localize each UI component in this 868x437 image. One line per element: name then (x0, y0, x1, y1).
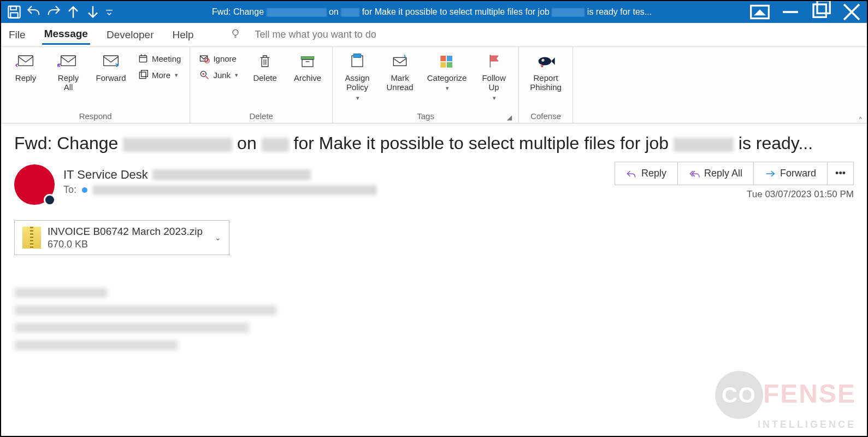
svg-rect-16 (139, 56, 146, 62)
redacted (262, 138, 289, 152)
attachment-dropdown-icon[interactable]: ⌄ (215, 233, 221, 242)
meeting-button[interactable]: Meeting (134, 51, 184, 66)
svg-rect-20 (139, 72, 146, 79)
tab-file[interactable]: File (7, 26, 28, 44)
reply-all-action[interactable]: Reply All (677, 162, 754, 185)
redacted (123, 138, 232, 152)
forward-button[interactable]: Forward (92, 49, 130, 82)
svg-rect-7 (817, 1, 830, 13)
redacted (14, 340, 178, 350)
redacted (674, 138, 734, 152)
report-phishing-button[interactable]: ? Report Phishing (524, 49, 567, 92)
qat-customize-icon[interactable] (104, 3, 115, 21)
svg-rect-38 (447, 62, 452, 68)
tab-developer[interactable]: Developer (104, 26, 156, 44)
group-label: Respond (7, 110, 184, 123)
svg-rect-35 (440, 56, 446, 61)
zip-file-icon (22, 227, 41, 249)
ribbon-tabs: File Message Developer Help Tell me what… (1, 23, 867, 47)
group-label: Delete (196, 110, 327, 123)
undo-icon[interactable] (25, 3, 43, 21)
more-actions[interactable]: ••• (827, 162, 854, 185)
sender-avatar (14, 164, 55, 205)
reading-pane: Fwd: Change on for Make it possible to s… (1, 123, 867, 436)
svg-rect-13 (19, 56, 33, 66)
svg-rect-30 (302, 60, 313, 67)
email-subject: Fwd: Change on for Make it possible to s… (14, 133, 854, 153)
save-icon[interactable] (5, 3, 23, 21)
sender-name: IT Service Desk (63, 168, 377, 182)
svg-rect-2 (10, 13, 17, 17)
delete-button[interactable]: Delete (246, 49, 284, 82)
window-title: Fwd: Change on for Make it possible to s… (119, 7, 745, 17)
svg-rect-33 (353, 54, 361, 58)
svg-rect-34 (393, 57, 406, 66)
svg-text:?: ? (542, 59, 544, 62)
watermark: COFENSE INTELLIGENCE (715, 371, 856, 430)
svg-point-26 (203, 73, 204, 75)
group-tags: Assign Policy▾ Mark Unread Categorize▾ F… (333, 47, 519, 123)
quick-access-toolbar (1, 3, 119, 21)
redacted (552, 8, 584, 17)
svg-rect-36 (447, 56, 452, 61)
tab-help[interactable]: Help (170, 26, 196, 44)
email-body (14, 288, 854, 350)
attachment[interactable]: INVOICE B06742 March 2023.zip 670.0 KB ⌄ (14, 220, 229, 255)
minimize-icon[interactable] (775, 1, 806, 23)
svg-rect-14 (61, 56, 76, 66)
redacted (14, 323, 249, 333)
mark-unread-button[interactable]: Mark Unread (381, 49, 419, 92)
group-delete: Ignore Junk▾ Delete Archive Delete (190, 47, 333, 123)
redacted (341, 8, 359, 17)
maximize-icon[interactable] (806, 1, 836, 23)
recipient-row: To: (63, 184, 377, 196)
reply-button[interactable]: Reply (7, 49, 45, 82)
next-item-icon[interactable] (84, 3, 102, 21)
svg-point-39 (539, 57, 551, 66)
message-actions: Reply Reply All Forward ••• (615, 162, 854, 185)
ribbon-display-icon[interactable] (745, 1, 775, 23)
tab-message[interactable]: Message (42, 25, 90, 45)
ignore-button[interactable]: Ignore (196, 51, 241, 66)
svg-line-24 (206, 60, 209, 62)
titlebar: Fwd: Change on for Make it possible to s… (1, 1, 867, 23)
recipient-presence-dot (82, 187, 87, 193)
redacted (14, 288, 107, 298)
group-label: Tags◢ (338, 110, 513, 123)
presence-indicator (44, 194, 56, 206)
svg-rect-29 (301, 57, 314, 60)
dialog-launcher-icon[interactable]: ◢ (507, 114, 512, 121)
lightbulb-icon (230, 28, 241, 42)
ribbon: Reply Reply All Forward Meeting More▾ (1, 47, 867, 123)
categorize-button[interactable]: Categorize▾ (423, 49, 470, 92)
svg-rect-1 (10, 6, 16, 10)
forward-action[interactable]: Forward (753, 162, 828, 185)
attachment-size: 670.0 KB (48, 238, 203, 251)
redacted (267, 8, 327, 17)
close-icon[interactable] (836, 1, 867, 23)
group-label: Cofense (524, 110, 567, 123)
reply-all-button[interactable]: Reply All (49, 49, 87, 92)
email-date: Tue 03/07/2023 01:50 PM (747, 189, 854, 200)
svg-point-10 (233, 29, 238, 35)
redacted (14, 305, 276, 315)
group-respond: Reply Reply All Forward Meeting More▾ (1, 47, 190, 123)
archive-button[interactable]: Archive (288, 49, 327, 82)
svg-rect-37 (440, 62, 446, 68)
prev-item-icon[interactable] (64, 3, 82, 21)
more-respond-button[interactable]: More▾ (134, 68, 184, 82)
junk-button[interactable]: Junk▾ (196, 68, 241, 82)
tell-me-search[interactable]: Tell me what you want to do (255, 29, 376, 40)
redacted (152, 169, 311, 180)
attachment-name: INVOICE B06742 March 2023.zip (48, 225, 203, 238)
svg-rect-21 (141, 70, 148, 77)
reply-action[interactable]: Reply (615, 162, 678, 185)
follow-up-button[interactable]: Follow Up▾ (475, 49, 513, 101)
redo-icon[interactable] (45, 3, 62, 21)
window-controls (745, 1, 867, 23)
svg-rect-6 (813, 4, 826, 17)
group-cofense: ? Report Phishing Cofense (519, 47, 573, 123)
redacted (93, 185, 377, 195)
assign-policy-button[interactable]: Assign Policy▾ (338, 49, 376, 101)
